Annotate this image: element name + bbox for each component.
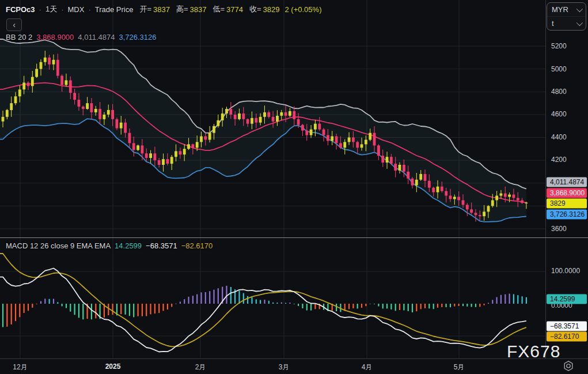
- axis-tick-label: 4200: [551, 156, 567, 164]
- chevron-down-icon: [576, 5, 583, 12]
- bb-upper-value: 4,011.4874: [78, 33, 115, 41]
- open-label: 开=: [139, 4, 151, 14]
- high-label: 高=: [176, 4, 188, 14]
- last-price-badge: 3829: [547, 199, 587, 209]
- separator-dot: ·: [61, 5, 63, 14]
- symbol-name: FCPOc3: [6, 5, 35, 14]
- price-axis[interactable]: 520050004800460044004200400038003600100.…: [545, 0, 588, 358]
- bb-upper-badge: 4,011.4874: [547, 177, 587, 187]
- time-axis-label: 2月: [195, 362, 206, 372]
- macd-hist-badge: 14.2599: [547, 294, 587, 304]
- axis-tick-label: 3600: [551, 225, 567, 233]
- pane-separator[interactable]: [0, 237, 588, 238]
- open-value: 3837: [153, 5, 170, 14]
- macd-title: MACD 12 26 close 9 EMA EMA: [6, 241, 111, 250]
- separator-dot: ·: [39, 5, 41, 14]
- chevron-down-icon: [576, 19, 583, 25]
- low-label: 低=: [213, 4, 225, 14]
- time-axis-label: 12月: [13, 362, 27, 372]
- bb-basis-badge: 3,868.9000: [547, 188, 587, 198]
- bb-lower-value: 3,726.3126: [119, 33, 156, 41]
- axis-tick-label: 100.0000: [551, 267, 580, 275]
- axis-tick-label: 5200: [551, 42, 567, 50]
- close-value: 3829: [263, 5, 280, 14]
- back-button[interactable]: ‹: [6, 18, 22, 31]
- chevron-left-icon: ‹: [13, 20, 16, 29]
- bb-lower-badge: 3,726.3126: [547, 210, 587, 220]
- macd-line-badge: −68.3571: [547, 322, 587, 331]
- interval-label: 1天: [45, 4, 57, 14]
- time-axis-label: 3月: [279, 362, 290, 372]
- currency-dropdown[interactable]: MYR: [547, 3, 586, 16]
- axis-tick-label: 4600: [551, 110, 567, 118]
- time-axis-label: 4月: [362, 362, 373, 372]
- currency-label: MYR: [552, 5, 568, 14]
- change-value: 2 (+0.05%): [285, 5, 322, 14]
- close-label: 收=: [249, 4, 261, 14]
- fx678-watermark: FX678: [507, 342, 560, 361]
- series-type-label: Trade Price: [95, 5, 134, 14]
- chart-canvas[interactable]: [0, 0, 545, 358]
- unit-label: t: [552, 19, 554, 28]
- separator-dot: ·: [88, 5, 90, 14]
- chart-app: FCPOc3 · 1天 · MDX · Trade Price 开=3837 高…: [0, 0, 588, 374]
- settings-icon: [562, 360, 575, 372]
- axis-pane-separator: [545, 237, 588, 238]
- high-value: 3837: [190, 5, 207, 14]
- macd-signal-badge: −82.6170: [547, 332, 587, 342]
- settings-button[interactable]: [561, 360, 576, 373]
- macd-legend: MACD 12 26 close 9 EMA EMA 14.2599 −68.3…: [6, 241, 213, 250]
- exchange-label: MDX: [68, 5, 85, 14]
- unit-selector-box: MYR t: [547, 2, 586, 31]
- unit-dropdown[interactable]: t: [547, 16, 586, 30]
- axis-tick-label: 5000: [551, 65, 567, 73]
- macd-signal-value: −82.6170: [181, 241, 213, 250]
- low-value: 3774: [226, 5, 243, 14]
- time-axis-label: 5月: [454, 362, 465, 372]
- bb-basis-value: 3,868.9000: [36, 33, 74, 41]
- time-axis[interactable]: 12月20252月3月4月5月: [0, 358, 588, 374]
- macd-hist-value: 14.2599: [115, 241, 142, 250]
- symbol-header: FCPOc3 · 1天 · MDX · Trade Price 开=3837 高…: [6, 4, 321, 14]
- time-axis-label: 2025: [105, 362, 121, 371]
- macd-line-value: −68.3571: [146, 241, 177, 250]
- axis-tick-label: 4800: [551, 88, 567, 96]
- bb-legend: BB 20 2 3,868.9000 4,011.4874 3,726.3126: [6, 33, 157, 41]
- axis-tick-label: 4400: [551, 133, 567, 141]
- bb-title: BB 20 2: [6, 33, 32, 41]
